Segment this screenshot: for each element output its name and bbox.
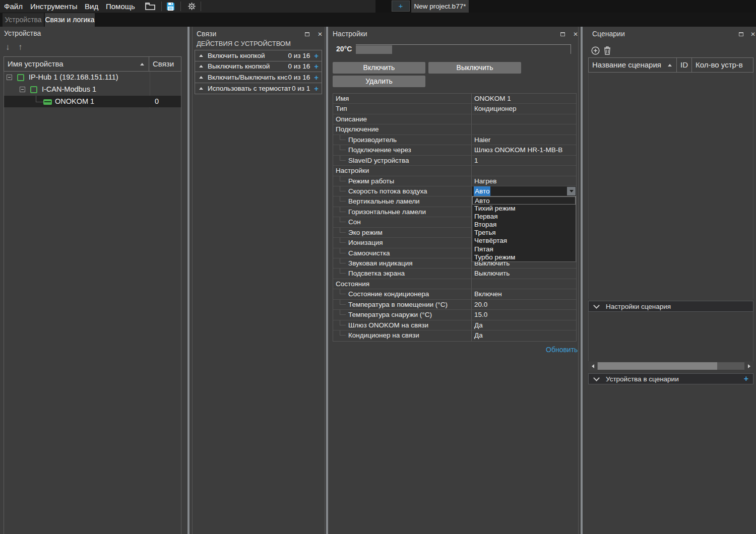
move-down-icon[interactable]: ↓ (6, 42, 10, 52)
action-row[interactable]: Выключить кнопкой0 из 16+ (195, 61, 322, 73)
collapse-caret-icon[interactable] (199, 76, 203, 79)
property-row[interactable]: Подсветка экранаВыключить (333, 269, 576, 279)
add-link-button[interactable]: + (314, 51, 319, 60)
property-row[interactable]: Кондиционер на связиДа (333, 330, 576, 341)
tree-expander-icon[interactable] (20, 87, 25, 92)
property-row[interactable]: ИмяONOKOM 1 (333, 94, 576, 104)
property-row[interactable]: Температура в помещении (°C)20.0 (333, 300, 576, 310)
dropdown-option[interactable]: Турбо режим (472, 253, 576, 261)
dropdown-option[interactable]: Вторая (472, 221, 576, 229)
add-link-button[interactable]: + (314, 62, 319, 71)
property-row[interactable]: Описание (333, 114, 576, 124)
menu-view[interactable]: Вид (85, 0, 98, 13)
property-value[interactable]: Нагрев (472, 176, 576, 186)
close-panel-icon[interactable]: ✕ (318, 31, 323, 37)
add-device-to-scenario-button[interactable]: + (744, 374, 748, 383)
scrollbar-left-arrow[interactable] (588, 362, 597, 370)
close-panel-icon[interactable]: ✕ (750, 31, 755, 37)
temperature-slider[interactable] (356, 44, 571, 54)
panel-splitter[interactable] (187, 27, 190, 534)
scrollbar-track[interactable] (597, 362, 744, 370)
property-value[interactable]: Включен (472, 289, 576, 299)
property-value[interactable]: 20.0 (472, 300, 576, 309)
float-panel-icon[interactable] (305, 32, 309, 36)
scenario-settings-section-header[interactable]: Настройки сценария (588, 301, 753, 312)
property-row[interactable]: Состояние кондиционераВключен (333, 289, 576, 299)
property-value[interactable] (472, 279, 576, 289)
add-link-button[interactable]: + (314, 84, 319, 93)
property-row[interactable]: Подключение черезШлюз ONOKOM HR-1-MB-B (333, 145, 576, 155)
dropdown-option[interactable]: Первая (472, 213, 576, 221)
tree-expander-icon[interactable] (7, 75, 12, 80)
column-header-device-count[interactable]: Кол-во устр-в (692, 57, 753, 73)
column-header-device-name[interactable]: Имя устройства (4, 56, 149, 72)
combo-dropdown-button[interactable] (567, 187, 576, 195)
property-value[interactable]: 1 (472, 156, 576, 165)
save-icon[interactable] (166, 2, 175, 11)
property-row[interactable]: Скорость потока воздухаАвто (333, 186, 576, 196)
add-project-tab-button[interactable]: + (392, 1, 410, 12)
property-row[interactable]: ПроизводительHaier (333, 135, 576, 145)
temperature-slider-handle[interactable] (356, 45, 392, 54)
property-row[interactable]: Шлюз ONOKOM на связиДа (333, 320, 576, 330)
property-row[interactable]: Состояния (333, 279, 576, 289)
move-up-icon[interactable]: ↑ (18, 42, 23, 52)
property-row[interactable]: Настройки (333, 166, 576, 176)
add-scenario-icon[interactable] (591, 46, 600, 55)
refresh-link[interactable]: Обновить (546, 346, 578, 354)
collapse-caret-icon[interactable] (199, 87, 203, 90)
panel-splitter[interactable] (581, 27, 583, 534)
scenario-devices-section-header[interactable]: Устройства в сценарии + (588, 373, 753, 384)
collapse-caret-icon[interactable] (199, 54, 203, 57)
project-tab[interactable]: New project.b77* (411, 0, 469, 13)
device-tree-row[interactable]: I-CAN-Modbus 1 (4, 84, 181, 96)
dropdown-option[interactable]: Четвёртая (472, 237, 576, 245)
float-panel-icon[interactable] (739, 32, 743, 36)
menu-tools[interactable]: Инструменты (30, 0, 78, 13)
dropdown-option[interactable]: Авто (472, 196, 576, 205)
property-value[interactable]: Кондиционер (472, 104, 576, 113)
property-value[interactable]: Да (472, 330, 576, 341)
property-value[interactable]: Да (472, 320, 576, 330)
column-header-id[interactable]: ID (677, 57, 692, 73)
property-value[interactable]: Haier (472, 135, 576, 145)
property-value[interactable] (472, 166, 576, 175)
property-row[interactable]: Подключение (333, 124, 576, 135)
property-value[interactable]: ONOKOM 1 (472, 94, 576, 103)
turn-on-button[interactable]: Включить (333, 62, 425, 74)
property-row[interactable]: Режим работыНагрев (333, 176, 576, 186)
property-row[interactable]: SlaveID устройства1 (333, 156, 576, 166)
collapse-caret-icon[interactable] (199, 65, 203, 68)
property-value[interactable]: Авто (472, 186, 576, 196)
scrollbar-thumb[interactable] (598, 362, 717, 370)
property-value[interactable]: Выключить (472, 269, 576, 278)
dropdown-option[interactable]: Пятая (472, 245, 576, 253)
float-panel-icon[interactable] (560, 32, 565, 36)
add-link-button[interactable]: + (314, 73, 319, 82)
column-header-scenario-name[interactable]: Название сценария (588, 57, 677, 73)
property-value[interactable] (472, 124, 576, 134)
menu-help[interactable]: Помощь (106, 0, 135, 13)
dropdown-option[interactable]: Тихий режим (472, 205, 576, 213)
scrollbar-right-arrow[interactable] (744, 362, 753, 370)
dropdown-option[interactable]: Третья (472, 229, 576, 237)
delete-scenario-trash-icon[interactable] (604, 46, 611, 55)
property-value[interactable] (472, 114, 576, 124)
action-row[interactable]: Включить/Выключить кнс0 из 16+ (195, 72, 322, 83)
device-tree-row[interactable]: ONOKOM 10 (4, 96, 181, 108)
property-value[interactable]: 15.0 (472, 310, 576, 319)
horizontal-scrollbar[interactable] (588, 362, 753, 370)
action-row[interactable]: Использовать с термостат0 из 1+ (195, 83, 322, 94)
delete-button[interactable]: Удалить (333, 76, 425, 87)
tab-links-and-logic[interactable]: Связи и логика (45, 13, 95, 27)
action-row[interactable]: Включить кнопкой0 из 16+ (195, 50, 322, 61)
column-header-links[interactable]: Связи (149, 56, 181, 72)
close-panel-icon[interactable]: ✕ (573, 31, 578, 37)
property-row[interactable]: ТипКондиционер (333, 104, 576, 114)
menu-file[interactable]: Файл (4, 0, 23, 13)
gear-icon[interactable] (187, 2, 196, 11)
tab-devices[interactable]: Устройства (3, 13, 44, 27)
property-value[interactable]: Шлюз ONOKOM HR-1-MB-B (472, 145, 576, 155)
panel-splitter[interactable] (326, 27, 328, 534)
device-tree-row[interactable]: IP-Hub 1 (192.168.151.111) (4, 72, 181, 84)
